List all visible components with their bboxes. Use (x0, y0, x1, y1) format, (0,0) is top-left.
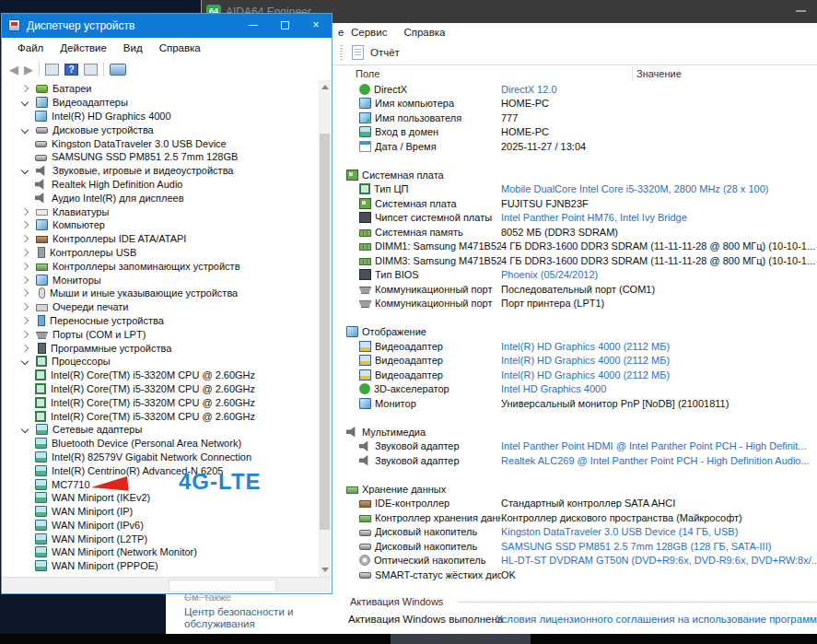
tree-item[interactable]: Intel(R) Core(TM) i5-3320M CPU @ 2.60GHz (3, 382, 319, 396)
report-row[interactable]: DIMM3: Samsung M471B527...4 ГБ DDR3-1600… (335, 253, 817, 268)
report-section-row[interactable]: Хранение данных (335, 482, 817, 497)
chevron-right-icon[interactable] (21, 207, 29, 215)
chevron-down-icon[interactable] (21, 126, 29, 134)
chevron-right-icon[interactable] (21, 85, 29, 92)
scroll-down-icon[interactable] (321, 568, 329, 572)
report-row[interactable]: ВидеоадаптерIntel(R) HD Graphics 4000 (2… (335, 354, 817, 369)
report-row[interactable]: Дисковый накопительSAMSUNG SSD PM851 2.5… (335, 539, 817, 554)
report-row-value[interactable]: Mobile DualCore Intel Core i5-3320M, 280… (501, 183, 817, 194)
tree-item[interactable]: Intel(R) 82579V Gigabit Network Connecti… (3, 451, 319, 464)
chevron-right-icon[interactable] (21, 275, 29, 283)
tree-item[interactable]: Программные устройства (3, 341, 319, 355)
chevron-down-icon[interactable] (21, 357, 29, 365)
computer-icon[interactable] (110, 64, 126, 76)
report-row-value[interactable]: Intel Panther Point HM76, Intel Ivy Brid… (501, 212, 817, 223)
license-terms-link[interactable]: Условия лицензионного соглашения на испо… (496, 614, 817, 625)
report-row[interactable]: Тип ЦПMobile DualCore Intel Core i5-3320… (335, 182, 817, 197)
chevron-right-icon[interactable] (21, 344, 29, 351)
tree-item[interactable]: Аудио Intel(R) для дисплеев (3, 191, 319, 205)
tree-item[interactable]: Контроллеры запоминающих устройств (3, 259, 319, 273)
dm-menu-1[interactable]: Действие (52, 42, 115, 53)
aida-menu-0[interactable]: Сервис (351, 27, 387, 38)
device-manager-titlebar[interactable]: Диспетчер устройств × (2, 14, 332, 38)
aida64-minimize-button[interactable] (796, 10, 806, 12)
tree-item[interactable]: Звуковые, игровые и видеоустройства (3, 164, 319, 178)
tree-item[interactable]: WAN Miniport (PPPOE) (3, 559, 319, 573)
tree-item[interactable]: Intel(R) Centrino(R) Advanced-N 6205 (3, 463, 319, 477)
tree-item[interactable]: WAN Miniport (L2TP) (3, 532, 319, 545)
tree-item[interactable]: WAN Miniport (IKEv2) (3, 491, 319, 505)
chevron-down-icon[interactable] (21, 99, 29, 106)
report-row[interactable]: Оптический накопительHL-DT-ST DVDRAM GT5… (335, 554, 817, 568)
chevron-right-icon[interactable] (21, 317, 29, 324)
tree-item[interactable]: Компьютер (3, 218, 319, 232)
dm-menu-3[interactable]: Справка (151, 42, 209, 53)
report-row-value[interactable]: Intel(R) HD Graphics 4000 (2112 МБ) (501, 355, 817, 366)
report-row-value[interactable]: Intel(R) HD Graphics 4000 (2112 МБ) (501, 369, 817, 381)
aida-menu-1[interactable]: Справка (403, 27, 445, 38)
dm-menu-2[interactable]: Вид (115, 42, 151, 53)
report-row-value[interactable]: Intel Panther Point HDMI @ Intel Panther… (501, 440, 817, 451)
forward-arrow-icon[interactable]: ▶ (24, 64, 33, 76)
tree-item[interactable]: Очереди печати (3, 300, 319, 314)
report-row[interactable]: Коммуникационный портПорт принтера (LPT1… (335, 297, 817, 311)
chevron-down-icon[interactable] (21, 426, 29, 433)
report-section-row[interactable]: Мультимедиа (335, 425, 817, 439)
maximize-button[interactable] (269, 14, 300, 38)
tree-item[interactable]: Дисковые устройства (3, 123, 319, 136)
scrollbar-thumb[interactable] (320, 134, 330, 530)
report-row-value[interactable]: DirectX 12.0 (501, 84, 817, 95)
taskbar[interactable] (0, 634, 817, 644)
report-row-value[interactable]: Intel(R) HD Graphics 4000 (2112 МБ) (501, 341, 817, 352)
report-row[interactable]: Системная память8052 МБ (DDR3 SDRAM) (335, 225, 817, 240)
tree-item[interactable]: Intel(R) HD Graphics 4000 (3, 110, 319, 123)
report-row[interactable]: SMART-статус жёстких дис...OK (335, 568, 817, 582)
report-row[interactable]: Коммуникационный портПоследовательный по… (335, 282, 817, 297)
report-row[interactable]: DirectXDirectX 12.0 (335, 82, 817, 97)
report-row[interactable]: Имя компьютераHOME-PC (335, 97, 817, 111)
report-row[interactable]: 3D-акселераторIntel HD Graphics 4000 (335, 382, 817, 397)
report-row[interactable]: Контроллер хранения данн...Контроллер ди… (335, 510, 817, 525)
report-section-row[interactable]: Отображение (335, 325, 817, 340)
tree-item[interactable]: Intel(R) Core(TM) i5-3320M CPU @ 2.60GHz (3, 395, 319, 409)
tree-item[interactable]: Intel(R) Core(TM) i5-3320M CPU @ 2.60GHz (3, 369, 319, 382)
report-row[interactable]: Вход в доменHOME-PC (335, 125, 817, 140)
toolbar-gripper[interactable] (340, 45, 343, 61)
tree-item[interactable]: SAMSUNG SSD PM851 2.5 7mm 128GB (3, 150, 319, 164)
dm-menu-0[interactable]: Файл (9, 42, 52, 53)
report-row[interactable]: МониторУниверсальный монитор PnP [NoDB] … (335, 396, 817, 411)
report-row-value[interactable]: Phoenix (05/24/2012) (501, 269, 817, 280)
column-divider[interactable] (632, 66, 633, 81)
report-row[interactable]: Тип BIOSPhoenix (05/24/2012) (335, 268, 817, 283)
minimize-button[interactable] (238, 14, 269, 38)
report-section-row[interactable]: Системная плата (335, 168, 817, 182)
report-row-value[interactable]: Intel HD Graphics 4000 (501, 383, 817, 394)
tree-item[interactable]: Клавиатуры (3, 205, 319, 218)
help-icon[interactable]: ? (64, 64, 78, 76)
tree-item[interactable]: Bluetooth Device (Personal Area Network) (3, 437, 319, 451)
aida64-menu-fragment[interactable]: е (338, 27, 344, 38)
tree-item[interactable]: Контроллеры IDE ATA/ATAPI (3, 232, 319, 246)
report-row-value[interactable]: Realtek ALC269 @ Intel Panther Point PCH… (501, 455, 817, 466)
chevron-right-icon[interactable] (21, 221, 29, 228)
report-row[interactable]: Дата / Время2025-11-27 / 13:04 (335, 139, 817, 154)
tree-item[interactable]: Видеоадаптеры (3, 96, 319, 110)
report-row[interactable]: Дисковый накопительKingston DataTraveler… (335, 525, 817, 540)
report-row[interactable]: DIMM1: Samsung M471B527...4 ГБ DDR3-1600… (335, 240, 817, 254)
report-row-value[interactable]: SAMSUNG SSD PM851 2.5 7mm 128GB (128 ГБ,… (501, 541, 817, 552)
report-row[interactable]: IDE-контроллерСтандартный контроллер SAT… (335, 497, 817, 511)
vertical-scrollbar[interactable] (319, 80, 331, 577)
report-button[interactable]: Отчёт (352, 45, 400, 60)
tree-item[interactable]: Процессоры (3, 355, 319, 369)
tree-item[interactable]: Переносные устройства (3, 314, 319, 328)
tree-item[interactable]: Контроллеры USB (3, 246, 319, 260)
properties-icon[interactable] (84, 64, 98, 76)
tree-item[interactable]: Порты (COM и LPT) (3, 327, 319, 341)
report-row[interactable]: Чипсет системной платыIntel Panther Poin… (335, 211, 817, 226)
tree-item[interactable]: Сетевые адаптеры (3, 423, 319, 437)
tree-item[interactable]: Intel(R) Core(TM) i5-3320M CPU @ 2.60GHz (3, 409, 319, 423)
chevron-right-icon[interactable] (21, 235, 29, 242)
security-center-link[interactable]: Центр безопасности и обслуживания (184, 606, 313, 630)
chevron-right-icon[interactable] (21, 330, 29, 337)
tree-item[interactable]: WAN Miniport (Network Monitor) (3, 545, 319, 559)
